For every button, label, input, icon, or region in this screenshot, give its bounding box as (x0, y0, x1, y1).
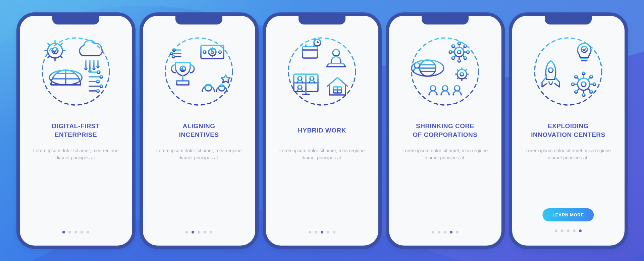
svg-point-7 (93, 67, 95, 69)
dot[interactable] (444, 231, 446, 233)
trophy-money-people-icon (162, 35, 236, 108)
card-body: Lorem ipsum dolor sit amet, mea regione … (152, 147, 247, 162)
svg-point-55 (582, 72, 585, 75)
svg-point-11 (97, 90, 99, 92)
svg-point-37 (467, 51, 469, 53)
svg-point-62 (575, 90, 578, 93)
pagination-dots (432, 231, 459, 236)
pagination-dots (555, 229, 582, 234)
svg-point-52 (548, 68, 553, 72)
learn-more-button[interactable]: LEARN MORE (542, 208, 594, 221)
pagination-dots (309, 231, 335, 236)
pagination-dots (185, 231, 212, 236)
laptop-home-video-icon (285, 35, 359, 108)
dot[interactable] (192, 231, 194, 233)
svg-point-9 (97, 80, 99, 83)
card-title: DIGITAL-FIRST ENTERPRISE (52, 122, 100, 139)
svg-point-39 (464, 57, 467, 59)
dot[interactable] (315, 231, 317, 233)
svg-point-54 (581, 82, 586, 87)
dot[interactable] (333, 231, 335, 233)
onboarding-card-1: DIGITAL-FIRST ENTERPRISE Lorem ipsum dol… (20, 16, 132, 246)
svg-point-40 (452, 45, 454, 47)
dot[interactable] (456, 231, 459, 233)
onboarding-card-4: SHRINKING CORE OF CORPORATIONS Lorem ips… (389, 16, 501, 246)
svg-point-14 (165, 38, 232, 105)
svg-point-41 (464, 45, 467, 47)
dot[interactable] (573, 229, 576, 232)
svg-point-21 (173, 49, 175, 51)
network-gear-globe-icon (408, 35, 482, 108)
svg-point-49 (454, 86, 460, 91)
svg-point-57 (593, 83, 596, 86)
dot[interactable] (68, 231, 71, 233)
dot[interactable] (198, 231, 200, 233)
phone-notch (422, 16, 469, 24)
svg-point-20 (170, 52, 173, 54)
svg-point-46 (460, 72, 464, 76)
card-body: Lorem ipsum dolor sit amet, mea regione … (29, 147, 123, 162)
globe-gear-cloud-icon (39, 35, 113, 108)
dot[interactable] (327, 231, 329, 233)
card-body: Lorem ipsum dolor sit amet, mea regione … (521, 147, 616, 162)
dot[interactable] (74, 231, 77, 233)
dot[interactable] (561, 229, 564, 232)
dot[interactable] (432, 231, 434, 233)
svg-point-60 (575, 75, 578, 78)
card-body: Lorem ipsum dolor sit amet, mea regione … (398, 147, 493, 162)
phone-notch (52, 16, 99, 24)
phone-notch (299, 16, 345, 24)
svg-point-5 (85, 67, 87, 69)
card-title: ALIGNING INCENTIVES (179, 122, 219, 139)
phones-row: DIGITAL-FIRST ENTERPRISE Lorem ipsum dol… (0, 0, 644, 261)
svg-point-22 (172, 55, 175, 58)
dot[interactable] (450, 231, 452, 233)
svg-point-12 (100, 75, 103, 78)
svg-point-61 (590, 75, 593, 78)
card-title: EXPLOIDING INNOVATION CENTERS (531, 122, 605, 139)
svg-point-47 (430, 86, 436, 91)
dot[interactable] (210, 231, 212, 233)
svg-point-13 (97, 71, 100, 73)
svg-point-36 (458, 59, 461, 62)
svg-rect-24 (303, 47, 317, 58)
svg-point-18 (203, 51, 206, 53)
svg-point-34 (458, 50, 461, 54)
svg-point-48 (442, 86, 448, 91)
phone-notch (545, 16, 592, 24)
dot[interactable] (438, 231, 440, 233)
svg-point-44 (414, 63, 420, 68)
svg-point-10 (100, 85, 103, 88)
dot[interactable] (321, 231, 323, 233)
dot[interactable] (579, 229, 582, 232)
svg-point-56 (582, 94, 585, 96)
card-title: HYBRID WORK (298, 122, 346, 139)
phone-notch (175, 16, 222, 24)
svg-point-42 (452, 57, 454, 59)
svg-point-19 (219, 51, 221, 53)
dot[interactable] (185, 231, 188, 233)
onboarding-card-2: ALIGNING INCENTIVES Lorem ipsum dolor si… (143, 16, 255, 246)
svg-point-50 (535, 38, 602, 105)
dot[interactable] (62, 231, 65, 233)
svg-point-58 (572, 83, 574, 86)
card-title: SHRINKING CORE OF CORPORATIONS (413, 122, 478, 139)
dot[interactable] (567, 229, 570, 232)
svg-point-26 (333, 49, 339, 56)
onboarding-card-5: EXPLOIDING INNOVATION CENTERS Lorem ipsu… (512, 16, 625, 246)
svg-point-38 (449, 51, 452, 53)
svg-point-59 (590, 90, 593, 93)
dot[interactable] (80, 231, 83, 233)
card-body: Lorem ipsum dolor sit amet, mea regione … (275, 147, 370, 162)
svg-point-8 (97, 65, 99, 67)
svg-point-35 (458, 42, 461, 45)
onboarding-card-3: HYBRID WORK Lorem ipsum dolor sit amet, … (266, 16, 378, 246)
dot[interactable] (555, 229, 557, 232)
dot[interactable] (204, 231, 206, 233)
dot[interactable] (309, 231, 311, 233)
dot[interactable] (87, 231, 89, 233)
pagination-dots (62, 231, 89, 236)
rocket-bulb-gear-icon (531, 35, 605, 108)
